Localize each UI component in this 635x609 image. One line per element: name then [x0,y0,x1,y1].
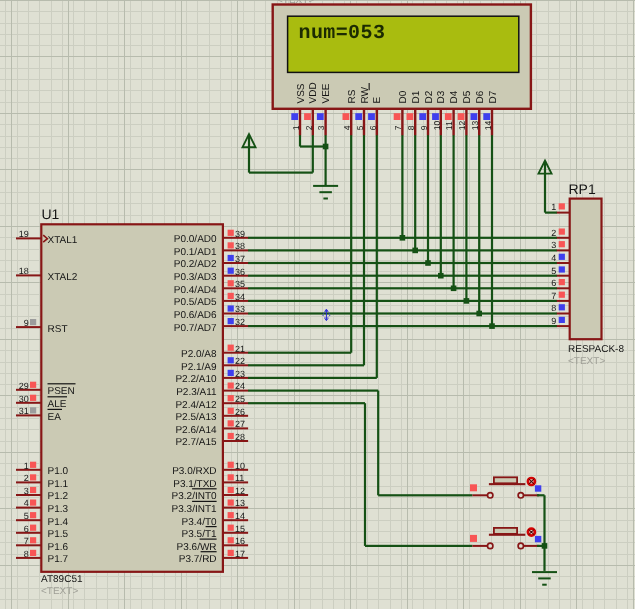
svg-text:35: 35 [235,279,245,289]
svg-text:19: 19 [19,229,29,239]
svg-text:6: 6 [368,125,378,130]
svg-text:25: 25 [235,394,245,404]
svg-text:P0.6/AD6: P0.6/AD6 [174,310,217,321]
svg-text:VSS: VSS [296,83,307,103]
svg-text:7: 7 [393,125,403,130]
svg-text:4: 4 [24,498,29,508]
svg-text:33: 33 [235,304,245,314]
svg-text:RP1: RP1 [569,181,596,197]
svg-text:P1.3: P1.3 [48,504,69,515]
svg-text:P3.3/INT1: P3.3/INT1 [172,504,217,515]
svg-text:9: 9 [24,318,29,328]
svg-text:XTAL2: XTAL2 [48,272,78,283]
svg-text:P1.7: P1.7 [48,554,69,565]
svg-text:8: 8 [24,549,29,559]
svg-text:30: 30 [19,394,29,404]
svg-text:8: 8 [551,303,556,313]
svg-text:12: 12 [235,486,245,496]
svg-text:P0.2/AD2: P0.2/AD2 [174,259,217,270]
svg-text:14: 14 [235,511,245,521]
svg-text:<TEXT>: <TEXT> [277,0,314,6]
svg-text:38: 38 [235,241,245,251]
svg-text:RS: RS [347,89,358,103]
svg-text:37: 37 [235,254,245,264]
svg-text:3: 3 [24,486,29,496]
svg-text:P1.1: P1.1 [48,479,69,490]
svg-text:11: 11 [235,473,244,483]
svg-text:34: 34 [235,292,245,302]
svg-text:P2.5/A13: P2.5/A13 [175,412,217,423]
svg-text:PSEN: PSEN [48,386,75,397]
svg-text:VEE: VEE [321,83,332,103]
svg-text:24: 24 [235,381,245,391]
svg-text:4: 4 [342,125,352,130]
svg-text:27: 27 [235,419,245,429]
svg-text:VDD: VDD [308,82,319,103]
svg-text:EA: EA [48,412,62,423]
svg-text:10: 10 [432,120,442,130]
svg-text:<TEXT>: <TEXT> [568,356,605,367]
svg-text:31: 31 [19,406,29,416]
svg-text:8: 8 [406,125,416,130]
svg-text:P3.4/T0: P3.4/T0 [182,517,217,528]
svg-text:6: 6 [551,278,556,288]
svg-text:P3.0/RXD: P3.0/RXD [172,466,216,477]
svg-text:1: 1 [291,125,301,130]
svg-text:6: 6 [24,524,29,534]
svg-text:P0.7/AD7: P0.7/AD7 [174,323,217,334]
svg-text:P1.0: P1.0 [48,466,69,477]
svg-text:2: 2 [24,473,29,483]
svg-text:P0.3/AD3: P0.3/AD3 [174,272,217,283]
svg-text:P3.2/INT0: P3.2/INT0 [172,491,217,502]
svg-text:21: 21 [235,344,245,354]
svg-text:12: 12 [457,120,467,130]
svg-text:D2: D2 [424,90,435,103]
svg-text:32: 32 [235,317,245,327]
svg-text:P2.3/A11: P2.3/A11 [176,387,217,398]
svg-text:P1.5: P1.5 [48,529,69,540]
svg-text:P0.1/AD1: P0.1/AD1 [174,247,217,258]
svg-text:P3.6/WR: P3.6/WR [177,542,217,553]
svg-text:13: 13 [470,120,480,130]
svg-text:U1: U1 [42,206,60,222]
svg-text:D0: D0 [398,90,409,103]
svg-text:10: 10 [235,461,245,471]
svg-text:E: E [372,97,383,104]
svg-text:15: 15 [235,524,245,534]
svg-text:3: 3 [551,240,556,250]
svg-text:29: 29 [19,381,29,391]
svg-text:13: 13 [235,498,245,508]
svg-text:18: 18 [19,266,29,276]
svg-text:P1.6: P1.6 [48,542,69,553]
svg-text:22: 22 [235,356,245,366]
svg-text:9: 9 [419,125,429,130]
svg-text:P2.7/A15: P2.7/A15 [175,437,217,448]
svg-text:XTAL1: XTAL1 [48,235,78,246]
svg-text:3: 3 [316,125,326,130]
svg-text:P3.1/TXD: P3.1/TXD [173,479,216,490]
svg-text:7: 7 [551,291,556,301]
svg-text:ALE: ALE [48,399,67,410]
svg-text:P2.2/A10: P2.2/A10 [175,374,217,385]
svg-text:2: 2 [551,228,556,238]
svg-text:P2.4/A12: P2.4/A12 [175,400,217,411]
svg-text:P2.1/A9: P2.1/A9 [181,362,217,373]
svg-text:16: 16 [235,536,245,546]
svg-text:P3.7/RD: P3.7/RD [179,554,217,565]
svg-text:2: 2 [304,125,314,130]
svg-text:7: 7 [24,536,29,546]
svg-text:D1: D1 [411,90,422,103]
svg-text:39: 39 [235,229,245,239]
svg-text:23: 23 [235,369,245,379]
svg-text:9: 9 [551,316,556,326]
svg-text:4: 4 [551,253,556,263]
svg-text:D3: D3 [436,90,447,103]
svg-text:D5: D5 [462,90,473,103]
svg-text:17: 17 [235,549,245,559]
svg-text:num=053: num=053 [299,22,386,45]
svg-text:RESPACK-8: RESPACK-8 [568,344,624,355]
svg-text:D4: D4 [449,90,460,103]
svg-text:28: 28 [235,432,245,442]
svg-text:P0.4/AD4: P0.4/AD4 [174,285,217,296]
svg-text:5: 5 [24,511,29,521]
